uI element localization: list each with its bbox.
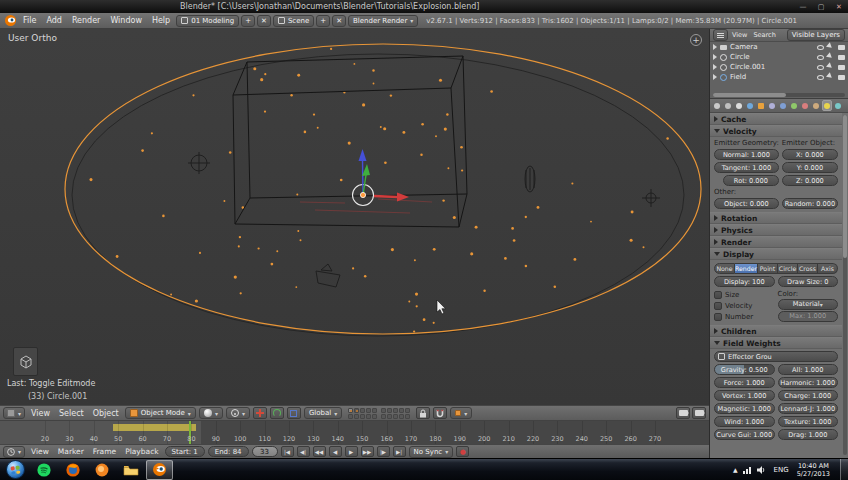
selectability-toggle-icon[interactable]: [826, 42, 836, 52]
timeline-rewind-button[interactable]: ◀◀: [313, 446, 326, 457]
draw-mode-none[interactable]: None: [714, 263, 735, 274]
fw-texture-field[interactable]: Texture: 1.000: [778, 416, 839, 427]
timeline-play-reverse-button[interactable]: ◀: [329, 446, 342, 457]
selectability-toggle-icon[interactable]: [826, 62, 836, 72]
manipulator-translate-toggle[interactable]: [253, 407, 267, 419]
tab-render[interactable]: [712, 100, 722, 111]
visibility-toggle-icon[interactable]: [817, 65, 824, 70]
fw-charge-field[interactable]: Charge: 1.000: [778, 390, 839, 401]
timeline-prev-keyframe-button[interactable]: ◀|: [297, 446, 310, 457]
outliner-horizontal-scrollbar[interactable]: [713, 93, 845, 97]
tab-render-layers[interactable]: [723, 100, 733, 111]
panel-display[interactable]: Display: [710, 248, 842, 260]
timeline-jump-start-button[interactable]: |◀: [281, 446, 294, 457]
tab-constraints[interactable]: [767, 100, 777, 111]
minimize-button[interactable]: —: [794, 0, 812, 13]
velocity-tangent-field[interactable]: Tangent: 1.000: [714, 162, 779, 173]
fw-curveguide-field[interactable]: Curve Gui: 1.000: [714, 429, 775, 440]
velocity-object-field[interactable]: Object: 0.000: [714, 198, 779, 209]
draw-size-field[interactable]: Draw Size: 0: [778, 276, 839, 287]
display-percentage-field[interactable]: Display: 100: [714, 276, 775, 287]
timeline-menu-playback[interactable]: Playback: [122, 447, 161, 456]
operator-panel-icon[interactable]: [13, 347, 38, 376]
timeline-play-button[interactable]: ▶: [345, 446, 358, 457]
fw-vortex-field[interactable]: Vortex: 1.000: [714, 390, 775, 401]
timeline-editor-selector[interactable]: ▾: [3, 446, 25, 458]
screen-layout-selector[interactable]: 01 Modeling: [176, 15, 239, 27]
timeline-fast-forward-button[interactable]: ▶▶: [361, 446, 374, 457]
tab-material[interactable]: [800, 100, 810, 111]
outliner-menu-view[interactable]: View: [730, 31, 749, 39]
outliner-filter-selector[interactable]: Visible Layers: [787, 29, 845, 41]
outliner-item-circle[interactable]: Circle: [710, 52, 848, 62]
scene-selector[interactable]: Scene: [273, 15, 314, 27]
timeline-jump-end-button[interactable]: ▶|: [393, 446, 406, 457]
taskbar-app-spotify[interactable]: [30, 460, 57, 480]
titlebar[interactable]: Blender* [C:\Users\Jonathan\Documents\Bl…: [0, 0, 848, 13]
opengl-render-anim-button[interactable]: [692, 407, 706, 419]
fw-magnetic-field[interactable]: Magnetic: 1.000: [714, 403, 775, 414]
outliner-menu-search[interactable]: Search: [751, 31, 777, 39]
menu-add[interactable]: Add: [42, 16, 66, 25]
close-button[interactable]: ✕: [830, 0, 848, 13]
selectability-toggle-icon[interactable]: [826, 72, 836, 82]
tab-particles[interactable]: [822, 100, 832, 111]
network-icon[interactable]: [743, 466, 752, 474]
particle-color-selector[interactable]: Material ▾: [778, 299, 839, 310]
panel-field-weights[interactable]: Field Weights: [710, 337, 842, 349]
snap-element-selector[interactable]: ▾: [450, 407, 472, 419]
current-frame-field[interactable]: 33: [252, 446, 278, 457]
fw-gravity-field[interactable]: Gravity: 0.500: [714, 364, 775, 375]
disclosure-icon[interactable]: [713, 74, 717, 80]
panel-physics[interactable]: Physics: [710, 224, 842, 236]
renderability-toggle-icon[interactable]: [838, 45, 845, 50]
transform-orientation-selector[interactable]: Global ▾: [304, 407, 342, 419]
panel-cache[interactable]: Cache: [710, 113, 842, 125]
pivot-selector[interactable]: ▾: [226, 407, 250, 419]
renderability-toggle-icon[interactable]: [838, 75, 845, 80]
show-desktop-button[interactable]: [840, 459, 848, 480]
renderability-toggle-icon[interactable]: [838, 65, 845, 70]
tab-texture[interactable]: [811, 100, 821, 111]
visibility-toggle-icon[interactable]: [817, 55, 824, 60]
fw-harmonic-field[interactable]: Harmonic: 1.000: [778, 377, 839, 388]
delete-scene-button[interactable]: ✕: [332, 15, 346, 27]
maximize-button[interactable]: ▢: [812, 0, 830, 13]
record-button[interactable]: ●: [456, 446, 469, 457]
taskbar-app-file-explorer[interactable]: [117, 460, 144, 480]
outliner-item-camera[interactable]: Camera: [710, 42, 848, 52]
number-checkbox[interactable]: Number: [714, 311, 775, 322]
manipulator-scale-toggle[interactable]: [287, 407, 301, 419]
fw-drag-field[interactable]: Drag: 1.000: [778, 429, 839, 440]
draw-mode-axis[interactable]: Axis: [818, 263, 838, 274]
language-indicator[interactable]: ENG: [771, 465, 792, 475]
timeline-ruler[interactable]: 2030405060708090100110120130140150160170…: [0, 421, 709, 444]
draw-mode-cross[interactable]: Cross: [798, 263, 818, 274]
disclosure-icon[interactable]: [713, 44, 717, 50]
viewport-canvas[interactable]: [0, 29, 709, 405]
visibility-toggle-icon[interactable]: [817, 75, 824, 80]
timeline-menu-view[interactable]: View: [28, 447, 52, 456]
fw-force-field[interactable]: Force: 1.000: [714, 377, 775, 388]
menu-window[interactable]: Window: [106, 16, 146, 25]
transform-gizmo[interactable]: [353, 149, 410, 206]
manipulator-rotate-toggle[interactable]: [270, 407, 284, 419]
draw-mode-render[interactable]: Render: [735, 263, 758, 274]
velocity-z-field[interactable]: Z: 0.000: [782, 175, 838, 186]
render-engine-selector[interactable]: Blender Render ▾: [348, 15, 418, 27]
panel-render[interactable]: Render: [710, 236, 842, 248]
timeline-menu-frame[interactable]: Frame: [90, 447, 119, 456]
menu-file[interactable]: File: [19, 16, 40, 25]
selectability-toggle-icon[interactable]: [826, 52, 836, 62]
mode-selector[interactable]: Object Mode ▾: [125, 407, 196, 419]
viewport-menu-view[interactable]: View: [28, 409, 53, 418]
panel-children[interactable]: Children: [710, 325, 842, 337]
velocity-rot-field[interactable]: Rot: 0.000: [723, 175, 779, 186]
viewport-3d[interactable]: User Ortho + Last: Toggle Editmode (33) …: [0, 29, 709, 405]
timeline-next-keyframe-button[interactable]: |▶: [377, 446, 390, 457]
tab-object-data[interactable]: [789, 100, 799, 111]
taskbar-app-firefox[interactable]: [59, 460, 86, 480]
snap-toggle[interactable]: [433, 407, 447, 419]
show-hidden-icons-button[interactable]: ▲: [733, 466, 738, 473]
taskbar-app-web-browser[interactable]: [88, 460, 115, 480]
